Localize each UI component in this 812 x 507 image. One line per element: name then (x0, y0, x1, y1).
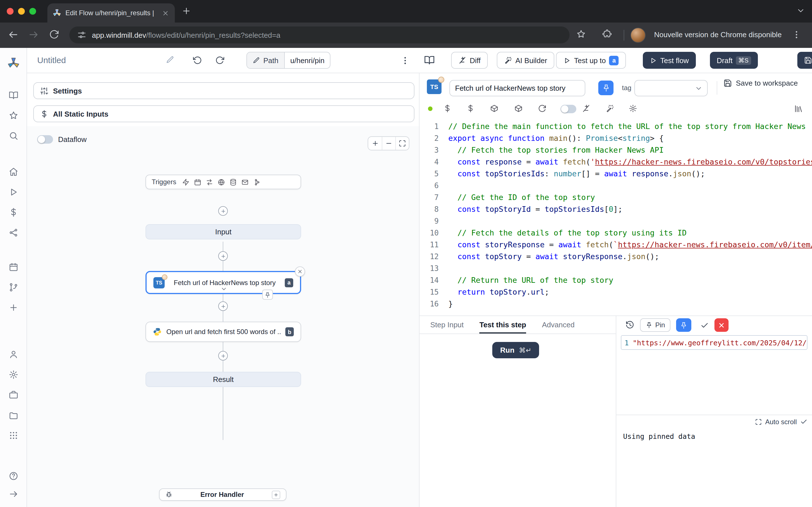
script-library-button[interactable] (490, 104, 499, 113)
step-title-input[interactable] (449, 80, 585, 96)
fit-view-button[interactable] (395, 137, 409, 150)
rail-users-button[interactable] (8, 349, 18, 359)
flow-settings-row[interactable]: Settings (33, 82, 414, 99)
pinned-result-editor[interactable]: 1 "https://www.geoffreylitt.com/2025/04/… (621, 335, 808, 350)
profile-avatar[interactable] (630, 27, 646, 43)
tab-test-this-step[interactable]: Test this step (479, 316, 526, 334)
ai-builder-button[interactable]: AI Builder (497, 52, 555, 69)
rail-variables-button[interactable] (8, 208, 18, 217)
accept-button[interactable] (701, 321, 709, 329)
rail-add-button[interactable] (8, 303, 18, 313)
resources-button[interactable] (466, 104, 475, 113)
dependencies-button[interactable] (514, 104, 523, 113)
extensions-puzzle-icon[interactable] (602, 29, 612, 39)
test-flow-button[interactable]: Test flow (643, 52, 696, 69)
docs-book-button[interactable] (424, 55, 435, 65)
remove-step-button[interactable] (295, 267, 305, 277)
pinned-active-button[interactable] (676, 318, 692, 332)
pinned-step-badge[interactable] (262, 290, 273, 300)
site-settings-icon[interactable] (77, 31, 86, 40)
rail-apps-button[interactable] (8, 431, 18, 440)
unpin-step-button[interactable] (598, 80, 613, 95)
pin-chip-button[interactable]: Pin (640, 318, 671, 332)
forward-button[interactable] (28, 29, 39, 40)
rail-collapse-button[interactable] (8, 489, 18, 499)
postgres-icon[interactable] (229, 178, 237, 186)
clear-pin-button[interactable] (715, 318, 729, 332)
add-step-button[interactable] (218, 251, 228, 261)
variables-button[interactable] (443, 104, 452, 113)
triggers-node[interactable]: Triggers (146, 175, 301, 189)
rail-favorites-button[interactable] (8, 111, 18, 120)
webhook-icon[interactable] (182, 178, 189, 186)
fullscreen-window-button[interactable] (29, 8, 36, 15)
chevron-down-icon[interactable] (220, 286, 227, 292)
new-tab-button[interactable] (182, 6, 191, 16)
expand-icon[interactable] (755, 418, 762, 425)
rail-home-button[interactable] (8, 167, 18, 177)
kafka-icon[interactable] (253, 178, 260, 186)
code-editor[interactable]: 12345678910111213141516 // Define the ma… (419, 121, 812, 312)
rail-runs-button[interactable] (8, 187, 18, 197)
minimize-window-button[interactable] (18, 8, 25, 15)
header-kebab-icon[interactable] (400, 56, 410, 65)
address-bar[interactable]: app.windmill.dev/flows/edit/u/henri/pin_… (69, 26, 569, 43)
run-button[interactable]: Run ⌘↵ (492, 342, 539, 358)
redo-button[interactable] (215, 56, 224, 65)
library-panel-button[interactable] (794, 104, 803, 113)
check-icon[interactable] (800, 418, 808, 425)
rail-resources-button[interactable] (8, 228, 18, 237)
result-node[interactable]: Result (146, 372, 301, 387)
rail-folders-button[interactable] (8, 410, 18, 420)
tab-advanced[interactable]: Advanced (542, 316, 574, 334)
static-inputs-row[interactable]: All Static Inputs (33, 105, 414, 122)
input-node[interactable]: Input (146, 224, 301, 239)
add-error-handler-button[interactable] (272, 490, 280, 499)
rail-schedules-button[interactable] (8, 262, 18, 272)
rename-pencil-icon[interactable] (166, 56, 174, 64)
editor-settings-button[interactable] (629, 104, 637, 113)
diff-mode-button[interactable] (582, 104, 591, 113)
tag-select[interactable] (635, 80, 708, 96)
reload-lsp-button[interactable] (538, 104, 546, 113)
browser-tab[interactable]: Edit Flow u/henri/pin_results | (47, 3, 175, 22)
rail-docs-button[interactable] (8, 91, 18, 100)
flow-name[interactable]: Untitled (37, 55, 66, 65)
draft-button[interactable]: Draft ⌘S (710, 52, 758, 69)
path-label-segment[interactable]: Path (247, 52, 285, 68)
bookmark-star-icon[interactable] (576, 29, 586, 39)
undo-button[interactable] (193, 56, 202, 65)
path-control[interactable]: Path u/henri/pin (246, 52, 331, 69)
step-node-b[interactable]: Open url and fetch first 500 words of ..… (146, 322, 301, 342)
step-node-a[interactable]: TS Fetch url of HackerNews top story a (146, 271, 301, 294)
history-button[interactable] (625, 321, 635, 330)
ai-assist-button[interactable] (606, 104, 614, 113)
browser-menu-kebab-icon[interactable] (792, 30, 801, 40)
add-step-button[interactable] (218, 206, 228, 216)
windmill-logo[interactable] (7, 57, 19, 69)
close-window-button[interactable] (7, 8, 13, 15)
rail-flows-button[interactable] (8, 283, 18, 292)
deploy-button[interactable]: Deploy (797, 52, 812, 69)
dataflow-toggle[interactable] (37, 135, 53, 144)
tab-close-icon[interactable] (162, 9, 169, 17)
error-handler-node[interactable]: Error Handler (159, 489, 287, 501)
email-icon[interactable] (241, 178, 248, 186)
add-step-button[interactable] (218, 301, 228, 311)
schedule-icon[interactable] (194, 178, 201, 186)
zoom-in-button[interactable] (368, 137, 382, 150)
tab-step-input[interactable]: Step Input (430, 316, 464, 334)
test-up-to-button[interactable]: Test up to a (556, 52, 626, 69)
rail-help-button[interactable] (8, 471, 18, 481)
diff-button[interactable]: Diff (451, 52, 488, 69)
chrome-update-notice[interactable]: Nouvelle version de Chrome disponible (654, 31, 781, 39)
websocket-icon[interactable] (217, 178, 225, 186)
add-step-button[interactable] (218, 351, 228, 360)
rail-settings-button[interactable] (8, 370, 18, 379)
http-route-icon[interactable] (206, 178, 213, 186)
tab-search-button[interactable] (796, 6, 805, 15)
reload-button[interactable] (49, 29, 59, 40)
save-to-workspace-button[interactable]: Save to workspace (723, 79, 798, 87)
rail-search-button[interactable] (8, 131, 18, 140)
rail-workers-button[interactable] (8, 390, 18, 400)
